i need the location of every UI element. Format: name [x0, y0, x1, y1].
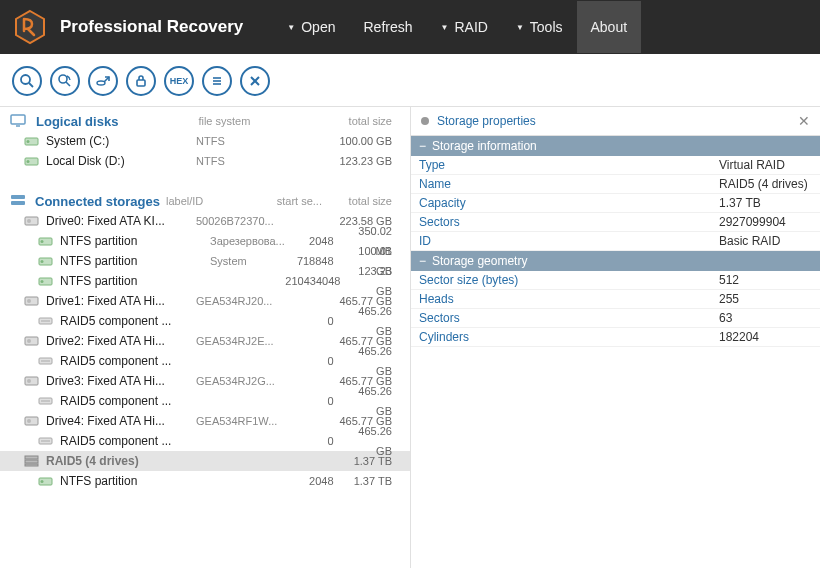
storage-row[interactable]: RAID5 component ... 0 465.26 GB	[0, 391, 410, 411]
logical-disks-header: Logical disks file system total size	[0, 107, 410, 131]
svg-point-38	[27, 379, 31, 383]
storage-size: 1.37 TB	[342, 471, 400, 491]
property-group-header[interactable]: −Storage geometry	[411, 251, 820, 271]
panel-close-button[interactable]: ✕	[798, 113, 810, 129]
vol-icon	[38, 254, 56, 268]
storage-name: Drive0: Fixed ATA KI...	[46, 211, 196, 231]
property-value: 2927099904	[719, 215, 786, 229]
storage-start: 0	[291, 391, 341, 411]
storage-name: NTFS partition	[60, 271, 210, 291]
property-group-header[interactable]: −Storage information	[411, 136, 820, 156]
property-key: Sector size (bytes)	[419, 273, 719, 287]
disk-size: 123.23 GB	[330, 151, 400, 171]
disk-fs: NTFS	[196, 131, 286, 151]
svg-point-1	[21, 75, 30, 84]
storage-name: RAID5 component ...	[60, 391, 210, 411]
logical-disk-row[interactable]: System (C:) NTFS 100.00 GB	[0, 131, 410, 151]
raid-icon	[24, 454, 42, 468]
storage-start: 2048	[291, 231, 341, 251]
main-menu: ▼Open Refresh ▼RAID ▼Tools About	[273, 1, 641, 53]
storage-name: Drive4: Fixed ATA Hi...	[46, 411, 196, 431]
volume-icon	[24, 154, 42, 168]
property-key: Sectors	[419, 215, 719, 229]
menu-refresh[interactable]: Refresh	[349, 1, 426, 53]
storage-row[interactable]: RAID5 component ... 0 465.26 GB	[0, 311, 410, 331]
storage-row[interactable]: RAID5 (4 drives) 1.37 TB	[0, 451, 410, 471]
app-title: Professional Recovery	[60, 17, 243, 37]
svg-point-26	[41, 260, 44, 263]
storage-label: Зарезервова...	[210, 231, 291, 251]
disk-icon	[24, 374, 42, 388]
app-logo	[10, 7, 50, 47]
svg-point-16	[27, 140, 30, 143]
property-value: 182204	[719, 330, 759, 344]
svg-point-34	[27, 339, 31, 343]
logical-disk-row[interactable]: Local Disk (D:) NTFS 123.23 GB	[0, 151, 410, 171]
storage-name: Drive2: Fixed ATA Hi...	[46, 331, 196, 351]
storage-start: 210434048	[285, 271, 345, 291]
storage-row[interactable]: RAID5 component ... 0 465.26 GB	[0, 431, 410, 451]
decrypt-button[interactable]	[126, 66, 156, 96]
storage-name: RAID5 component ...	[60, 311, 210, 331]
storage-label: System	[210, 251, 291, 271]
col-filesystem: file system	[198, 115, 288, 127]
storage-label: GEA534RJ20...	[196, 291, 284, 311]
comp-icon	[38, 434, 56, 448]
close-button[interactable]	[240, 66, 270, 96]
svg-rect-33	[25, 337, 38, 345]
comp-icon	[38, 314, 56, 328]
storage-row[interactable]: NTFS partition 2048 1.37 TB	[0, 471, 410, 491]
col-total-size: total size	[330, 115, 400, 127]
hex-view-button[interactable]: HEX	[164, 66, 194, 96]
property-row: Cylinders 182204	[411, 328, 820, 347]
property-value: 1.37 TB	[719, 196, 761, 210]
storage-icon	[10, 193, 29, 209]
storage-name: RAID5 (4 drives)	[46, 451, 196, 471]
property-row: Heads 255	[411, 290, 820, 309]
storage-size: 1.37 TB	[338, 451, 400, 471]
svg-point-24	[41, 240, 44, 243]
search-button[interactable]	[12, 66, 42, 96]
svg-point-18	[27, 160, 30, 163]
bullet-icon	[421, 117, 429, 125]
property-value: 255	[719, 292, 739, 306]
disk-icon	[24, 414, 42, 428]
open-storage-button[interactable]	[88, 66, 118, 96]
disk-icon	[24, 334, 42, 348]
toolbar: HEX	[0, 54, 820, 107]
storage-start: 2048	[291, 471, 341, 491]
menu-raid[interactable]: ▼RAID	[427, 1, 502, 53]
menu-about[interactable]: About	[577, 1, 642, 53]
storage-row[interactable]: RAID5 component ... 0 465.26 GB	[0, 351, 410, 371]
property-row: ID Basic RAID	[411, 232, 820, 251]
storage-row[interactable]: NTFS partition 210434048 123.23 GB	[0, 271, 410, 291]
comp-icon	[38, 394, 56, 408]
list-icon	[209, 73, 225, 89]
property-value: Basic RAID	[719, 234, 780, 248]
rescan-button[interactable]	[50, 66, 80, 96]
svg-rect-13	[11, 115, 25, 124]
property-row: Type Virtual RAID	[411, 156, 820, 175]
menu-open[interactable]: ▼Open	[273, 1, 349, 53]
volume-icon	[24, 134, 42, 148]
property-value: Virtual RAID	[719, 158, 785, 172]
disk-fs: NTFS	[196, 151, 286, 171]
property-value: RAID5 (4 drives)	[719, 177, 808, 191]
comp-icon	[38, 354, 56, 368]
connected-storages-header: Connected storages label/ID start se... …	[0, 187, 410, 211]
col-size: total size	[330, 195, 400, 207]
monitor-icon	[10, 113, 30, 129]
svg-rect-20	[11, 201, 25, 205]
menu-tools[interactable]: ▼Tools	[502, 1, 577, 53]
chevron-down-icon: ▼	[441, 23, 449, 32]
storage-label: 50026B72370...	[196, 211, 284, 231]
svg-point-42	[27, 419, 31, 423]
vol-icon	[38, 234, 56, 248]
svg-rect-45	[25, 456, 38, 459]
storage-name: NTFS partition	[60, 231, 210, 251]
magnifier-icon	[19, 73, 35, 89]
collapse-icon: −	[419, 139, 426, 153]
list-view-button[interactable]	[202, 66, 232, 96]
property-key: Type	[419, 158, 719, 172]
svg-rect-41	[25, 417, 38, 425]
